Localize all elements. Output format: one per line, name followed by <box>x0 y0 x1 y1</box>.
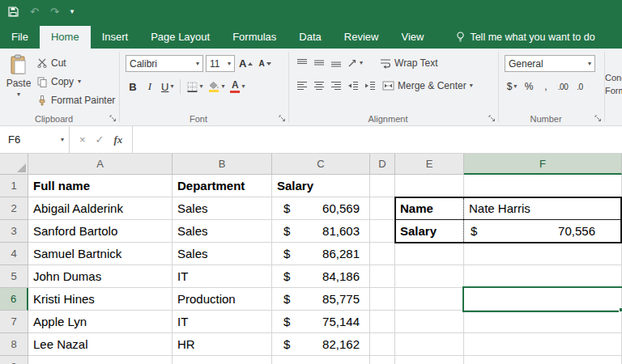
cell-E9[interactable] <box>395 356 464 364</box>
comma-style-button[interactable]: , <box>539 78 553 95</box>
number-format-select[interactable]: General ▾ <box>505 55 595 72</box>
cell-D5[interactable] <box>370 265 395 288</box>
cell-A2[interactable]: Abigail Aalderink <box>28 197 173 220</box>
insert-function-button[interactable]: fx <box>114 133 123 146</box>
copy-dropdown-caret[interactable]: ▾ <box>78 78 81 85</box>
cancel-button[interactable]: × <box>79 133 86 146</box>
row-header-4[interactable]: 4 <box>0 243 28 265</box>
cell-E6[interactable] <box>395 288 464 311</box>
save-button[interactable] <box>8 6 19 17</box>
conditional-formatting-button-clipped[interactable]: Conditional Formatting <box>605 49 622 125</box>
tab-view[interactable]: View <box>390 26 435 49</box>
cell-B7[interactable]: IT <box>173 311 272 333</box>
cell-C3[interactable]: $81,603 <box>272 220 370 243</box>
increase-indent-button[interactable] <box>363 78 377 94</box>
cell-E2[interactable]: Name <box>395 197 464 220</box>
cell-C5[interactable]: $84,186 <box>272 265 370 288</box>
fill-color-button[interactable]: ▾ <box>207 78 226 95</box>
wrap-text-button[interactable]: Wrap Text <box>377 55 441 71</box>
cell-C1[interactable]: Salary <box>272 175 370 197</box>
row-header-3[interactable]: 3 <box>0 220 28 243</box>
cell-E1[interactable] <box>395 175 464 197</box>
column-header-B[interactable]: B <box>173 154 272 175</box>
increase-decimal-button[interactable]: .00 <box>556 78 570 95</box>
column-header-D[interactable]: D <box>370 154 395 175</box>
cell-F4[interactable] <box>464 243 622 265</box>
tab-formulas[interactable]: Formulas <box>221 26 288 49</box>
bold-button[interactable]: B <box>126 78 140 95</box>
clipboard-dialog-launcher[interactable] <box>109 115 117 122</box>
cell-D6[interactable] <box>370 288 395 311</box>
decrease-decimal-button[interactable]: .0 <box>573 78 587 95</box>
alignment-dialog-launcher[interactable] <box>488 115 496 122</box>
increase-font-size-button[interactable]: A <box>237 56 254 72</box>
cell-B4[interactable]: Sales <box>173 243 272 265</box>
align-bottom-button[interactable] <box>329 55 343 71</box>
cell-B2[interactable]: Sales <box>173 197 272 220</box>
cell-F1[interactable] <box>464 175 622 197</box>
cell-E3[interactable]: Salary <box>395 220 464 243</box>
number-dialog-launcher[interactable] <box>594 115 602 122</box>
fill-handle[interactable] <box>619 307 622 312</box>
cell-B9[interactable] <box>173 356 272 364</box>
cell-F9[interactable] <box>464 356 622 364</box>
format-painter-button[interactable]: Format Painter <box>37 92 115 108</box>
underline-button[interactable]: U▾ <box>160 78 175 95</box>
undo-button[interactable]: ↶ <box>30 6 39 17</box>
cell-B3[interactable]: Sales <box>173 220 272 243</box>
cell-A6[interactable]: Kristi Hines <box>28 288 173 311</box>
row-header-9[interactable]: 9 <box>0 356 28 364</box>
cut-button[interactable]: Cut <box>37 55 115 71</box>
orientation-button[interactable]: ▾ <box>346 55 364 71</box>
align-right-button[interactable] <box>329 78 343 94</box>
select-all-corner[interactable] <box>0 154 28 175</box>
row-header-7[interactable]: 7 <box>0 311 28 333</box>
tab-home[interactable]: Home <box>40 26 91 49</box>
formula-input[interactable] <box>133 126 622 153</box>
borders-button[interactable]: ▾ <box>185 78 204 95</box>
cell-E7[interactable] <box>395 311 464 333</box>
percent-style-button[interactable]: % <box>522 78 536 95</box>
font-size-select[interactable]: 11 ▾ <box>206 55 235 72</box>
cell-F8[interactable] <box>464 333 622 356</box>
cell-A7[interactable]: Apple Lyn <box>28 311 173 333</box>
cell-B8[interactable]: HR <box>173 333 272 356</box>
tell-me-box[interactable]: Tell me what you want to do <box>456 26 594 49</box>
cell-C4[interactable]: $86,281 <box>272 243 370 265</box>
cell-C7[interactable]: $75,144 <box>272 311 370 333</box>
cell-A9[interactable] <box>28 356 173 364</box>
align-middle-button[interactable] <box>312 55 326 71</box>
cell-D4[interactable] <box>370 243 395 265</box>
tab-file[interactable]: File <box>0 26 40 49</box>
copy-button[interactable]: Copy ▾ <box>37 74 115 90</box>
paste-dropdown-caret[interactable]: ▾ <box>17 91 20 98</box>
cell-C6[interactable]: $85,775 <box>272 288 370 311</box>
row-header-1[interactable]: 1 <box>0 175 28 197</box>
font-dialog-launcher[interactable] <box>279 115 286 122</box>
cell-D8[interactable] <box>370 333 395 356</box>
cell-A5[interactable]: John Dumas <box>28 265 173 288</box>
cell-D1[interactable] <box>370 175 395 197</box>
column-header-A[interactable]: A <box>28 154 173 175</box>
cell-A4[interactable]: Samuel Bartnick <box>28 243 173 265</box>
cell-A8[interactable]: Lee Nazal <box>28 333 173 356</box>
italic-button[interactable]: I <box>143 78 157 95</box>
cell-F5[interactable] <box>464 265 622 288</box>
column-header-C[interactable]: C <box>272 154 370 175</box>
cell-D9[interactable] <box>370 356 395 364</box>
cell-E5[interactable] <box>395 265 464 288</box>
cell-B6[interactable]: Production <box>173 288 272 311</box>
name-box-dropdown-caret[interactable]: ▾ <box>61 137 64 143</box>
accounting-format-button[interactable]: $ ▾ <box>505 78 519 95</box>
tab-insert[interactable]: Insert <box>91 26 140 49</box>
cell-E4[interactable] <box>395 243 464 265</box>
cell-C9[interactable] <box>272 356 370 364</box>
cell-F3[interactable]: $70,556 <box>464 220 622 243</box>
align-top-button[interactable] <box>295 55 309 71</box>
cell-E8[interactable] <box>395 333 464 356</box>
row-header-8[interactable]: 8 <box>0 333 28 356</box>
decrease-indent-button[interactable] <box>346 78 360 94</box>
tab-review[interactable]: Review <box>333 26 390 49</box>
align-center-button[interactable] <box>312 78 326 94</box>
align-left-button[interactable] <box>295 78 309 94</box>
